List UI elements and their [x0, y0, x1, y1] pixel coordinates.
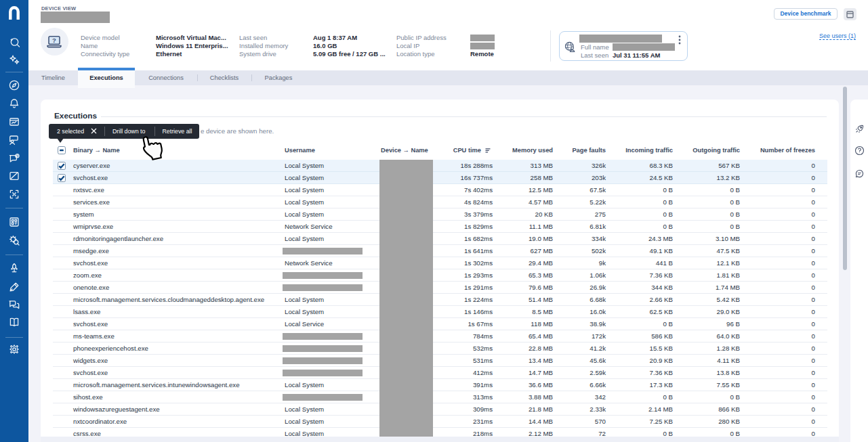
svg-text:?: ?	[52, 36, 56, 43]
